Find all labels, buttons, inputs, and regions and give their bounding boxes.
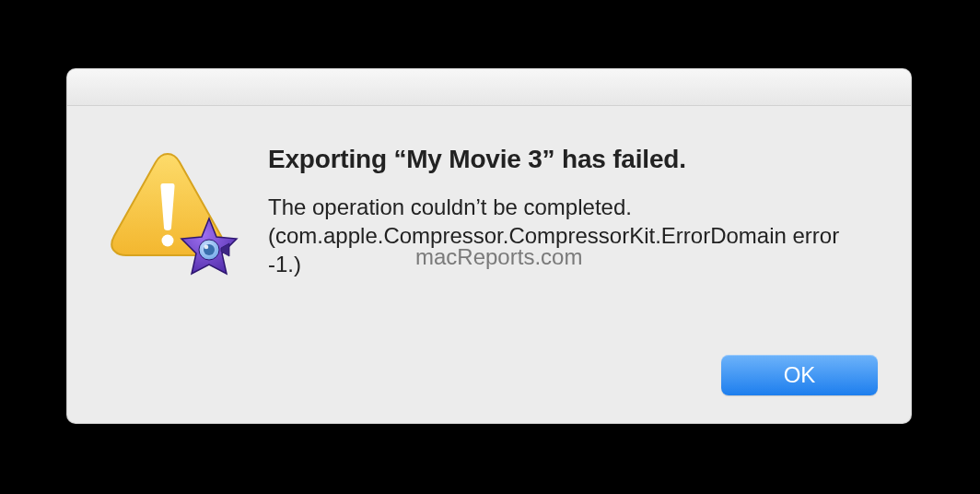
dialog-panel: Exporting “My Movie 3” has failed. The o… (66, 68, 912, 424)
dialog-content: Exporting “My Movie 3” has failed. The o… (67, 106, 911, 279)
icon-column (100, 139, 237, 279)
alert-icon-composite (108, 148, 237, 277)
alert-dialog: Exporting “My Movie 3” has failed. The o… (66, 68, 912, 424)
svg-point-3 (204, 245, 209, 250)
svg-point-0 (162, 235, 174, 247)
ok-button[interactable]: OK (721, 355, 878, 395)
dialog-titlebar (67, 69, 911, 106)
alert-title: Exporting “My Movie 3” has failed. (268, 145, 878, 174)
watermark-text: macReports.com (415, 244, 582, 270)
button-row: OK (721, 355, 878, 395)
imovie-icon (176, 217, 242, 283)
text-column: Exporting “My Movie 3” has failed. The o… (268, 139, 878, 279)
